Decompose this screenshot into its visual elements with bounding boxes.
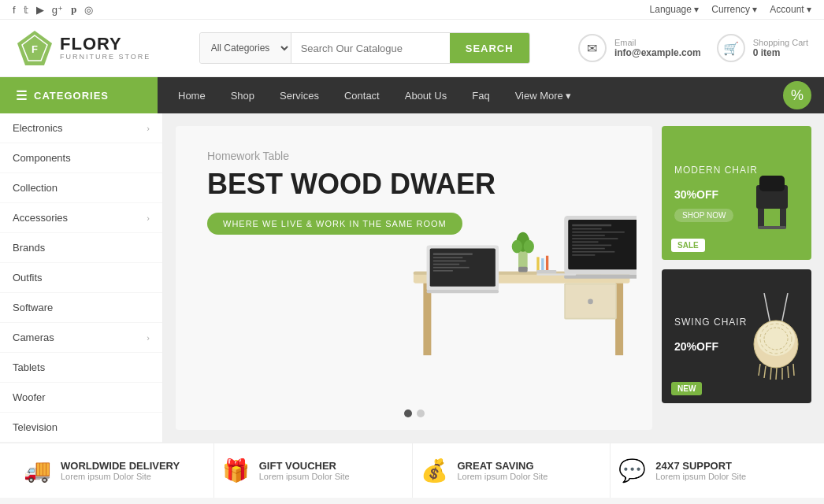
svg-rect-17: [433, 270, 453, 272]
sidebar-item-television[interactable]: Television: [0, 413, 162, 443]
chair-svg-2: [748, 293, 804, 380]
cart-count: 0 item: [753, 47, 808, 58]
svg-rect-46: [758, 226, 786, 229]
sidebar-item-collection[interactable]: Collection: [0, 173, 162, 203]
svg-line-55: [770, 368, 771, 380]
promo-icon[interactable]: %: [783, 81, 811, 109]
svg-rect-34: [572, 241, 598, 243]
feature-support-title: 24X7 SUPPORT: [655, 460, 746, 472]
search-button[interactable]: SEARCH: [450, 33, 529, 63]
currency-selector[interactable]: Currency ▾: [711, 4, 757, 15]
svg-rect-41: [537, 273, 577, 275]
nav-contact[interactable]: Contact: [332, 77, 392, 113]
email-value: info@example.com: [614, 47, 701, 58]
sidebar-item-outfits[interactable]: Outfits: [0, 263, 162, 293]
delivery-icon: 🚚: [24, 458, 51, 484]
feature-delivery-desc: Lorem ipsum Dolor Site: [61, 472, 180, 481]
cart-contact[interactable]: 🛒 Shopping Cart 0 item: [717, 34, 808, 62]
banner-1-label: MODERN CHAIR: [674, 165, 758, 176]
svg-rect-23: [518, 267, 528, 272]
svg-line-54: [764, 366, 766, 378]
svg-rect-15: [433, 264, 459, 265]
svg-rect-5: [424, 284, 432, 356]
svg-point-22: [524, 240, 534, 254]
svg-rect-40: [537, 270, 557, 273]
sidebar-item-components[interactable]: Components: [0, 143, 162, 173]
sidebar-item-accessories[interactable]: Accessories ›: [0, 203, 162, 233]
sidebar-label: Television: [13, 421, 58, 433]
voucher-icon: 🎁: [222, 458, 250, 484]
language-selector[interactable]: Language ▾: [650, 4, 700, 15]
banner-2-discount: 20%OFF: [674, 331, 747, 356]
feature-saving: 💰 GREAT SAVING Lorem ipsum Dolor Site: [413, 443, 611, 498]
menu-icon: ☰: [16, 88, 28, 103]
cart-info: Shopping Cart 0 item: [753, 38, 808, 58]
nav-home[interactable]: Home: [165, 77, 218, 113]
facebook-icon[interactable]: f: [13, 4, 16, 16]
email-label: Email: [614, 38, 701, 47]
feature-saving-desc: Lorem ipsum Dolor Site: [458, 472, 548, 481]
chair-image-2: [748, 277, 804, 395]
nav-more[interactable]: View More ▾: [503, 77, 585, 113]
banner-1-shop[interactable]: SHOP NOW: [674, 209, 733, 222]
sidebar-label: Woofer: [13, 391, 46, 403]
search-input[interactable]: [291, 33, 450, 63]
svg-rect-44: [758, 209, 764, 228]
sidebar-item-brands[interactable]: Brands: [0, 233, 162, 263]
chevron-icon: ›: [147, 333, 150, 343]
sidebar-item-tablets[interactable]: Tablets: [0, 353, 162, 383]
category-dropdown[interactable]: All Categories: [200, 33, 291, 63]
svg-rect-16: [433, 267, 470, 269]
feature-delivery-title: WORLDWIDE DELIVERY: [61, 460, 180, 472]
svg-text:F: F: [32, 43, 38, 55]
pinterest-icon[interactable]: 𝐩: [71, 3, 76, 16]
feature-voucher: 🎁 GIFT VOUCHER Lorem ipsum Dolor Site: [214, 443, 413, 498]
social-links: f 𝕥 ▶ g⁺ 𝐩 ◎: [13, 3, 93, 16]
nav-services[interactable]: Services: [267, 77, 332, 113]
discount-value: 30%: [674, 188, 696, 201]
sidebar: Electronics › Components Collection Acce…: [0, 113, 163, 443]
sidebar-item-cameras[interactable]: Cameras ›: [0, 323, 162, 353]
banner-modern-chair: MODERN CHAIR 30%OFF SHOP NOW: [662, 126, 811, 260]
sidebar-label: Electronics: [13, 122, 63, 134]
svg-rect-12: [433, 253, 473, 254]
main-content: Electronics › Components Collection Acce…: [0, 113, 824, 443]
account-selector[interactable]: Account ▾: [770, 4, 811, 15]
nav-about[interactable]: About Us: [392, 77, 459, 113]
sidebar-item-electronics[interactable]: Electronics ›: [0, 113, 162, 143]
svg-rect-18: [427, 290, 499, 293]
off-label: OFF: [696, 188, 718, 201]
svg-rect-43: [759, 176, 785, 191]
categories-button[interactable]: ☰ CATEGORIES: [0, 77, 158, 113]
feature-voucher-desc: Lorem ipsum Dolor Site: [259, 472, 350, 481]
dot-1[interactable]: [404, 410, 412, 417]
header: F FLORY FURNITURE STORE All Categories S…: [0, 20, 824, 77]
sidebar-item-woofer[interactable]: Woofer: [0, 383, 162, 413]
instagram-icon[interactable]: ◎: [84, 4, 93, 16]
sidebar-item-software[interactable]: Software: [0, 293, 162, 323]
svg-rect-37: [572, 251, 614, 253]
discount-value-2: 20%: [674, 340, 696, 353]
svg-point-21: [512, 240, 522, 254]
svg-rect-38: [572, 254, 595, 256]
logo[interactable]: F FLORY FURNITURE STORE: [16, 29, 150, 67]
svg-line-58: [788, 366, 789, 378]
banner-swing-chair: SWING CHAIR 20%OFF: [662, 269, 811, 403]
svg-rect-32: [572, 235, 605, 236]
dot-2[interactable]: [417, 410, 425, 417]
nav-shop[interactable]: Shop: [218, 77, 267, 113]
twitter-icon[interactable]: 𝕥: [24, 4, 28, 16]
youtube-icon[interactable]: ▶: [36, 4, 44, 16]
nav-faq[interactable]: Faq: [459, 77, 502, 113]
googleplus-icon[interactable]: g⁺: [52, 4, 63, 16]
cart-label: Shopping Cart: [753, 38, 808, 47]
top-bar: f 𝕥 ▶ g⁺ 𝐩 ◎ Language ▾ Currency ▾ Accou…: [0, 0, 824, 20]
feature-support-text: 24X7 SUPPORT Lorem ipsum Dolor Site: [655, 460, 746, 481]
sidebar-label: Tablets: [13, 361, 45, 373]
svg-point-9: [588, 299, 593, 305]
navbar: ☰ CATEGORIES Home Shop Services Contact …: [0, 77, 824, 113]
svg-rect-14: [433, 261, 466, 262]
cart-icon: 🛒: [717, 34, 745, 62]
svg-rect-29: [572, 224, 611, 226]
sidebar-label: Collection: [13, 182, 58, 194]
